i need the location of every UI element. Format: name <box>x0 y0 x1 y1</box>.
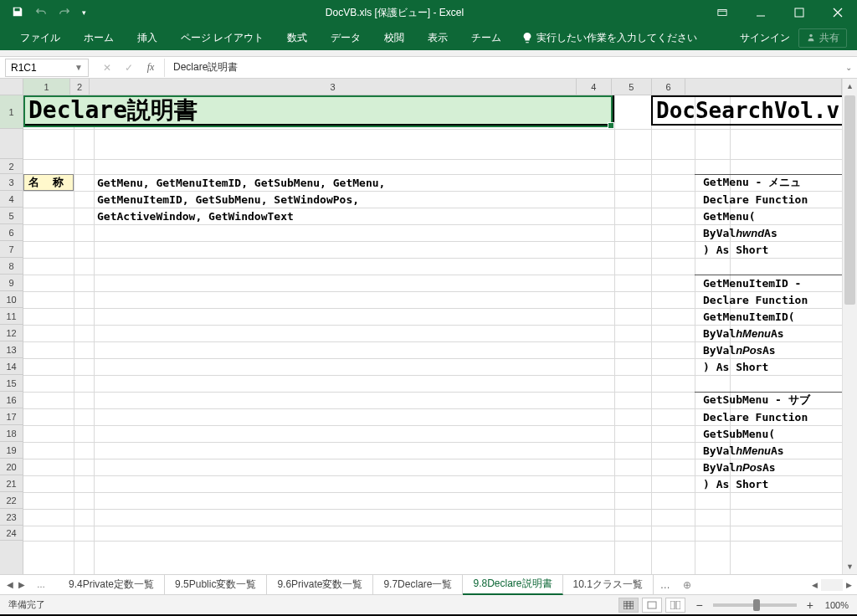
horizontal-scrollbar[interactable]: ◀ ▶ <box>807 579 857 591</box>
cell[interactable]: ByVal nPos As <box>700 459 842 475</box>
worksheet[interactable]: 123456 123456789101112131415161718192021… <box>0 79 857 574</box>
formula-input[interactable]: Declare説明書 <box>165 59 840 77</box>
ribbon-tab[interactable]: ページ レイアウト <box>169 25 275 50</box>
sheet-tab[interactable]: 9.7Declare一覧 <box>373 575 463 595</box>
row-header[interactable]: 10 <box>0 291 23 308</box>
cell[interactable]: ByVal nPos As <box>700 341 842 358</box>
column-header[interactable]: 6 <box>652 79 685 95</box>
row-header[interactable]: 13 <box>0 341 23 358</box>
column-header[interactable]: 4 <box>577 79 611 95</box>
save-icon[interactable] <box>12 6 23 20</box>
row-header[interactable]: 19 <box>0 442 23 459</box>
row-header[interactable]: 20 <box>0 459 23 475</box>
cell[interactable] <box>700 375 842 392</box>
ribbon-tab[interactable]: データ <box>319 25 372 50</box>
row-header[interactable]: 5 <box>0 208 23 224</box>
cell[interactable]: ) As Short <box>700 358 842 375</box>
ribbon-tab[interactable]: 数式 <box>275 25 319 50</box>
close-icon[interactable] <box>819 0 857 25</box>
cell[interactable]: GetMenu, GetMenuItemID, GetSubMenu, GetM… <box>94 174 614 191</box>
row-header[interactable]: 9 <box>0 275 23 291</box>
sheet-nav-more-icon[interactable]: … <box>30 580 52 589</box>
cell[interactable]: ) As Short <box>700 475 842 492</box>
sheet-tab[interactable]: 9.8Declare説明書 <box>463 575 562 595</box>
cell[interactable]: ByVal hwnd As <box>700 224 842 241</box>
vertical-scrollbar[interactable]: ▲ ▼ <box>842 79 857 574</box>
chevron-down-icon[interactable]: ▼ <box>74 63 83 72</box>
fx-icon[interactable]: fx <box>144 61 157 74</box>
sheet-nav-next-icon[interactable]: ▶ <box>18 580 25 589</box>
row-header[interactable]: 24 <box>0 526 23 541</box>
sheet-nav-prev-icon[interactable]: ◀ <box>7 580 13 589</box>
column-header[interactable] <box>685 79 842 95</box>
column-header[interactable]: 5 <box>612 79 653 95</box>
zoom-level[interactable]: 100% <box>825 600 849 610</box>
cell[interactable]: GetMenu - メニュ <box>700 174 842 191</box>
cancel-icon[interactable]: ✕ <box>100 62 114 74</box>
redo-icon[interactable] <box>59 6 70 20</box>
column-header[interactable]: 3 <box>90 79 577 95</box>
row-header[interactable]: 15 <box>0 375 23 392</box>
row-header[interactable]: 23 <box>0 509 23 526</box>
row-header[interactable]: 16 <box>0 392 23 408</box>
row-header[interactable]: 22 <box>0 492 23 509</box>
cell[interactable]: GetMenuItemID - <box>700 275 842 291</box>
cell[interactable]: DocSearchVol.v <box>651 95 842 126</box>
signin-link[interactable]: サインイン <box>740 31 790 45</box>
scroll-down-icon[interactable]: ▼ <box>843 559 857 574</box>
minimize-icon[interactable] <box>742 0 780 25</box>
row-header[interactable]: 1 <box>0 95 23 129</box>
cell[interactable]: Declare Function <box>700 291 842 308</box>
zoom-slider[interactable] <box>713 603 797 607</box>
ribbon-tab[interactable]: チーム <box>459 25 513 50</box>
maximize-icon[interactable] <box>780 0 819 25</box>
enter-icon[interactable]: ✓ <box>122 62 136 74</box>
undo-icon[interactable] <box>35 6 47 20</box>
formula-expand-icon[interactable]: ⌄ <box>840 63 857 72</box>
scroll-right-icon[interactable]: ▶ <box>844 581 854 589</box>
row-header[interactable]: 2 <box>0 159 23 174</box>
row-header[interactable]: 14 <box>0 358 23 375</box>
ribbon-tab[interactable]: ファイル <box>8 25 72 50</box>
row-header[interactable]: 18 <box>0 425 23 442</box>
cell[interactable]: GetSubMenu( <box>700 425 842 442</box>
sheet-overflow-icon[interactable]: … <box>654 579 677 591</box>
row-header[interactable]: 12 <box>0 325 23 341</box>
column-headers[interactable]: 123456 <box>23 79 842 95</box>
zoom-out-icon[interactable]: − <box>695 598 702 612</box>
column-header[interactable]: 1 <box>23 79 70 95</box>
ribbon-tab[interactable]: 校閲 <box>372 25 416 50</box>
ribbon-display-icon[interactable] <box>703 0 742 25</box>
row-header[interactable]: 11 <box>0 308 23 325</box>
row-header[interactable]: 6 <box>0 224 23 241</box>
sheet-tab[interactable]: 9.6Private変数一覧 <box>267 575 373 595</box>
share-button[interactable]: 共有 <box>798 28 847 48</box>
cell[interactable]: GetActiveWindow, GetWindowText <box>94 208 614 224</box>
view-page-break-icon[interactable] <box>665 598 685 613</box>
ribbon-tab[interactable]: ホーム <box>72 25 126 50</box>
cell[interactable]: 名 称 <box>23 174 74 191</box>
column-header[interactable]: 2 <box>70 79 90 95</box>
sheet-tab[interactable]: 10.1クラス一覧 <box>563 575 654 595</box>
scrollbar-thumb[interactable] <box>844 95 855 305</box>
cell[interactable]: GetMenuItemID, GetSubMenu, SetWindowPos, <box>94 191 614 208</box>
row-header[interactable]: 4 <box>0 191 23 208</box>
cell[interactable] <box>700 258 842 275</box>
view-normal-icon[interactable] <box>618 598 639 613</box>
row-header[interactable]: 8 <box>0 258 23 275</box>
new-sheet-button[interactable]: ⊕ <box>677 579 697 591</box>
view-page-layout-icon[interactable] <box>642 598 662 613</box>
cell[interactable]: GetSubMenu - サブ <box>700 392 842 408</box>
sheet-tab[interactable]: 9.4Private定数一覧 <box>59 575 165 595</box>
scroll-left-icon[interactable]: ◀ <box>810 581 819 589</box>
cell[interactable]: ByVal hMenu As <box>700 325 842 341</box>
row-header[interactable]: 17 <box>0 408 23 425</box>
row-header[interactable] <box>0 129 23 159</box>
cell[interactable]: Declare Function <box>700 408 842 425</box>
ribbon-tab[interactable]: 表示 <box>416 25 459 50</box>
cell[interactable]: ) As Short <box>700 241 842 258</box>
row-header[interactable]: 3 <box>0 174 23 191</box>
row-headers[interactable]: 123456789101112131415161718192021222324 <box>0 95 23 574</box>
row-header[interactable]: 7 <box>0 241 23 258</box>
cell-grid[interactable]: Declare説明書DocSearchVol.v名 称GetMenu, GetM… <box>23 95 842 574</box>
